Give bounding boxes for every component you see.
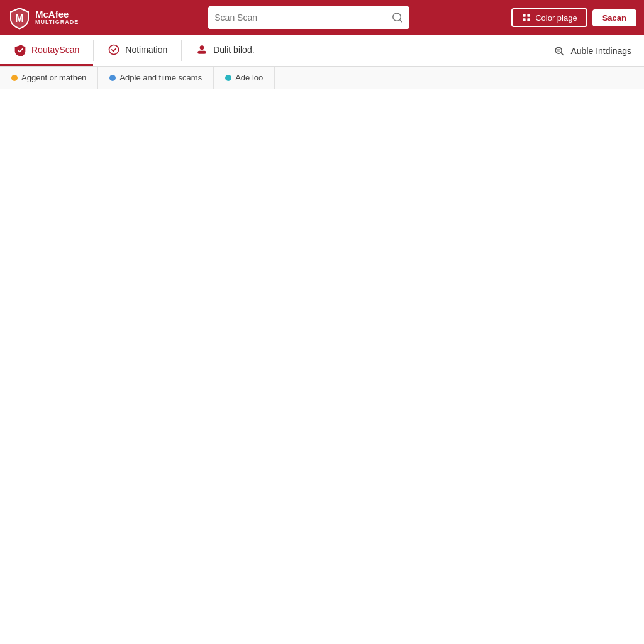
adple-dot (109, 75, 116, 81)
tab-dulit-bilod-label: Dulit bilod. (213, 45, 254, 55)
ade-dot (225, 75, 231, 81)
notimation-icon (108, 43, 120, 56)
svg-point-6 (200, 45, 204, 50)
palette-icon (521, 13, 531, 23)
sub-nav-ade[interactable]: Ade loo (214, 67, 275, 89)
search-bar: Scan Scan (208, 6, 409, 29)
svg-rect-4 (528, 18, 531, 21)
sacan-label: Sacan (602, 13, 626, 23)
routay-scan-icon (14, 43, 26, 56)
svg-rect-1 (523, 14, 526, 17)
nav-right: Color plage Sacan (511, 8, 636, 27)
ade-label: Ade loo (235, 73, 263, 82)
brand-name: McAfee (35, 9, 79, 20)
color-page-label: Color plage (535, 13, 577, 23)
tab-notimation-label: Notimation (125, 45, 167, 55)
logo-area: M McAfee MULTIGRADE (8, 6, 79, 30)
mcafee-logo-icon: M (8, 6, 31, 30)
top-nav: M McAfee MULTIGRADE Scan Scan Color p (0, 0, 644, 35)
tab-routay-scan[interactable]: RoutayScan (0, 35, 93, 66)
search-button[interactable] (386, 6, 409, 29)
main-content (0, 89, 644, 644)
svg-point-5 (109, 45, 119, 55)
sub-nav-adple[interactable]: Adple and tiime scams (98, 67, 214, 89)
brand-text: McAfee MULTIGRADE (35, 9, 79, 26)
aggent-label: Aggent or mathen (21, 73, 86, 82)
adple-label: Adple and tiime scams (119, 73, 202, 82)
auble-intdinags-label: Auble Intdinags (570, 46, 631, 56)
svg-rect-7 (198, 51, 206, 54)
sacan-button[interactable]: Sacan (592, 9, 636, 26)
sub-nav-aggent[interactable]: Aggent or mathen (0, 67, 98, 89)
brand-sub: MULTIGRADE (35, 19, 79, 26)
sub-nav: Aggent or mathen Adple and tiime scams A… (0, 67, 644, 89)
svg-rect-2 (528, 14, 531, 17)
tab-nav: RoutayScan Notimation Dulit bilod. Auble… (0, 35, 644, 67)
dulit-bilod-icon (196, 43, 208, 56)
tab-notimation[interactable]: Notimation (94, 35, 181, 66)
tab-dulit-bilod[interactable]: Dulit bilod. (182, 35, 268, 66)
search-input[interactable]: Scan Scan (208, 6, 386, 29)
tab-routay-scan-label: RoutayScan (31, 45, 79, 55)
color-page-button[interactable]: Color plage (511, 8, 587, 27)
svg-rect-3 (523, 18, 526, 21)
search-icon (392, 12, 403, 23)
aggent-dot (11, 75, 18, 81)
right-tab-auble[interactable]: Auble Intdinags (540, 35, 644, 66)
auble-intdinags-icon (553, 45, 565, 57)
svg-text:M: M (15, 13, 23, 24)
